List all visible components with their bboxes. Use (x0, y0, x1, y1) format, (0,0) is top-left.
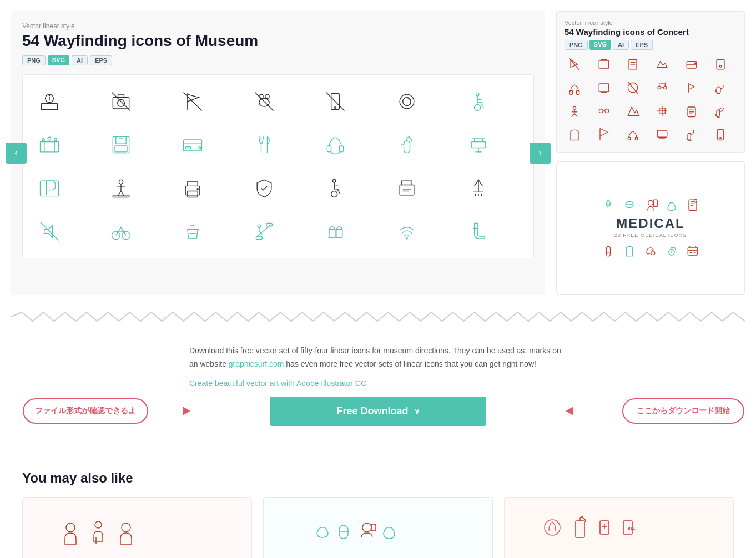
zigzag-divider (11, 311, 745, 322)
concert-badges: PNG SVG AI EPS (565, 40, 737, 50)
svg-rect-77 (599, 60, 609, 68)
svg-line-6 (112, 93, 130, 111)
svg-point-83 (694, 63, 696, 64)
svg-rect-111 (657, 130, 667, 137)
svg-point-74 (406, 237, 408, 240)
svg-rect-87 (577, 90, 579, 94)
medical-icons-preview: MEDICAL (289, 505, 467, 558)
icon-grid-container (22, 74, 534, 258)
also-like-card-2[interactable]: MEDICAL (263, 497, 493, 558)
also-like-card-1[interactable]: LEADER (22, 497, 252, 558)
description-outer: Download this free vector set of fifty-f… (11, 328, 745, 470)
icon-fire-extinguisher (389, 127, 425, 163)
concert-badge-svg: SVG (589, 40, 611, 50)
svg-rect-55 (400, 185, 414, 195)
prev-button[interactable]: ‹ (6, 143, 27, 164)
icon-no-sound (32, 214, 67, 249)
svg-rect-47 (41, 181, 59, 196)
svg-point-99 (604, 109, 608, 113)
main-panel: Vector linear style 54 Wayfinding icons … (11, 11, 545, 295)
svg-rect-49 (113, 195, 129, 197)
adobe-illustrator-link[interactable]: Create beautiful vector art with Adobe I… (189, 379, 567, 388)
side-icon-19 (565, 124, 584, 144)
svg-rect-7 (118, 94, 124, 98)
description-text: Download this free vector set of fifty-f… (189, 344, 567, 371)
download-area: ファイル形式が確認できるよ Free Download ∨ ここからダウンロード… (189, 397, 567, 426)
style-label: Vector linear style (22, 22, 534, 30)
svg-rect-28 (116, 136, 126, 144)
side-icon-21 (623, 124, 643, 144)
also-like-card-3[interactable]: 911 (504, 497, 734, 558)
callout-right-arrow (566, 407, 573, 415)
icon-bicycle (103, 214, 139, 249)
side-icon-5 (682, 54, 702, 74)
svg-rect-71 (329, 229, 335, 237)
svg-rect-88 (599, 84, 609, 92)
svg-line-9 (183, 93, 201, 111)
svg-point-11 (259, 94, 263, 98)
medical-card: MEDICAL 20 FREE MEDICAL ICONS (556, 161, 745, 295)
side-icon-13 (565, 101, 584, 121)
graphicsurf-link[interactable]: graphicsurf.com (229, 359, 284, 368)
panel-title: 54 Wayfinding icons of Museum (22, 32, 534, 50)
callout-download-start: ここからダウンロード開始 (622, 398, 744, 424)
side-icon-15 (623, 101, 643, 121)
side-icon-9 (623, 78, 643, 98)
svg-rect-0 (41, 104, 57, 110)
side-icon-6 (710, 54, 730, 74)
side-icon-11 (682, 78, 702, 98)
badge-svg: SVG (48, 55, 69, 65)
svg-point-25 (42, 139, 45, 141)
icon-boots (461, 214, 496, 249)
svg-point-26 (54, 139, 57, 141)
svg-point-3 (49, 95, 51, 97)
concert-badge-ai: AI (613, 40, 629, 50)
icon-grid (32, 84, 525, 249)
icon-meeting-room (32, 127, 67, 163)
side-icon-22 (652, 124, 672, 144)
svg-rect-33 (185, 147, 190, 149)
svg-point-20 (475, 105, 481, 111)
svg-rect-67 (256, 236, 262, 240)
next-button[interactable]: › (530, 143, 551, 164)
svg-point-52 (196, 188, 199, 190)
svg-point-139 (95, 521, 102, 528)
icon-restaurant (246, 127, 282, 163)
svg-point-24 (48, 137, 51, 140)
side-icon-17 (682, 101, 702, 121)
icon-plumbing (461, 127, 496, 163)
svg-point-116 (720, 138, 722, 139)
svg-rect-148 (576, 521, 584, 537)
side-icon-20 (594, 124, 614, 144)
side-icon-4 (652, 54, 672, 74)
concert-style-label: Vector linear style (565, 19, 737, 26)
svg-point-54 (331, 191, 337, 197)
callout-file-format: ファイル形式が確認できるよ (23, 398, 148, 424)
svg-point-93 (658, 86, 661, 89)
icon-no-camera (103, 84, 139, 119)
concert-title: 54 Wayfinding icons of Concert (565, 27, 737, 37)
svg-point-12 (265, 94, 269, 98)
also-like-section: You may also like LEADER (11, 470, 745, 558)
badge-eps: EPS (90, 55, 112, 65)
svg-rect-86 (569, 90, 572, 94)
svg-point-141 (122, 523, 130, 532)
fire-icons-preview: 911 (530, 505, 708, 558)
concert-icon-grid (565, 54, 737, 144)
icon-accessibility (317, 170, 353, 206)
also-like-grid: LEADER ME (22, 497, 734, 558)
side-icon-10 (652, 78, 672, 98)
icon-printer (175, 170, 210, 206)
side-icon-8 (594, 78, 614, 98)
svg-point-53 (333, 179, 336, 182)
medical-icons-bottom (601, 244, 700, 259)
free-download-button[interactable]: Free Download ∨ (270, 397, 486, 426)
medical-icons-top (601, 197, 700, 212)
svg-point-15 (335, 107, 336, 109)
svg-rect-84 (717, 59, 724, 69)
icon-food-court (317, 214, 353, 249)
svg-rect-72 (336, 229, 342, 237)
badge-ai: AI (72, 55, 88, 65)
svg-point-70 (258, 225, 261, 228)
svg-rect-41 (471, 142, 486, 148)
